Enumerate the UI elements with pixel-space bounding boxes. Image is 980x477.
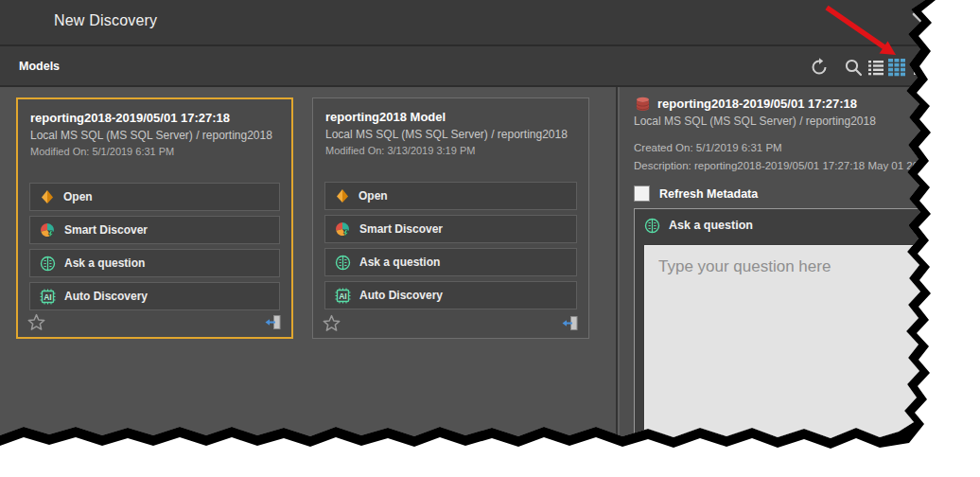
svg-text:AI: AI	[44, 292, 52, 301]
smart-discover-pie-icon	[335, 221, 351, 238]
titlebar: New Discovery	[0, 0, 980, 44]
brain-icon	[40, 256, 56, 272]
ask-a-question-button-label: Ask a question	[64, 256, 145, 270]
smart-discover-button-label: Smart Discover	[359, 222, 443, 236]
ask-a-question-button[interactable]: Ask a question	[29, 249, 280, 277]
window-title: New Discovery	[54, 12, 157, 29]
card-modified: Modified On: 5/1/2019 6:31 PM	[30, 146, 279, 157]
refresh-metadata-checkbox[interactable]	[634, 186, 650, 202]
auto-discovery-button[interactable]: AI Auto Discovery	[29, 282, 280, 310]
ask-a-question-button-label: Ask a question	[359, 256, 440, 269]
ai-chip-icon: AI	[40, 289, 56, 305]
refresh-metadata-label: Refresh Metadata	[659, 187, 758, 201]
content-area: reporting2018-2019/05/01 17:27:18 Local …	[0, 87, 980, 477]
card-actions: Open Smart Discover	[29, 183, 280, 315]
brain-icon	[335, 255, 351, 271]
smart-discover-button[interactable]: Smart Discover	[324, 215, 577, 243]
details-title: reporting2018-2019/05/01 17:27:18	[657, 97, 857, 111]
smart-discover-pie-icon	[40, 222, 56, 238]
svg-text:AI: AI	[339, 291, 347, 300]
pyramid-icon	[40, 189, 55, 204]
details-created: Created On: 5/1/2019 6:31 PM	[634, 142, 782, 153]
card-title: reporting2018 Model	[325, 110, 576, 124]
model-card[interactable]: reporting2018 Model Local MS SQL (MS SQL…	[312, 97, 589, 339]
open-button-label: Open	[63, 190, 93, 203]
ai-chip-icon: AI	[335, 288, 351, 304]
screenshot-stage: New Discovery Models	[0, 0, 980, 477]
card-source: Local MS SQL (MS SQL Server) / reporting…	[30, 129, 279, 142]
section-label: Models	[19, 60, 60, 73]
card-modified: Modified On: 3/13/2019 3:19 PM	[325, 145, 576, 156]
ask-panel-title: Ask a question	[669, 219, 753, 232]
open-button[interactable]: Open	[324, 182, 577, 210]
open-in-door-icon[interactable]	[264, 313, 282, 331]
search-icon[interactable]	[844, 58, 863, 77]
favorite-star-icon[interactable]	[27, 313, 45, 331]
refresh-icon[interactable]	[810, 58, 829, 77]
auto-discovery-button-label: Auto Discovery	[359, 289, 443, 302]
refresh-metadata-row: Refresh Metadata	[634, 186, 758, 202]
sql-database-icon	[635, 97, 651, 113]
details-source: Local MS SQL (MS SQL Server) / reporting…	[634, 115, 876, 128]
list-view-icon[interactable]	[866, 58, 885, 77]
card-source: Local MS SQL (MS SQL Server) / reporting…	[325, 128, 576, 141]
favorite-star-icon[interactable]	[323, 314, 341, 332]
auto-discovery-button[interactable]: AI Auto Discovery	[324, 281, 577, 309]
smart-discover-button[interactable]: Smart Discover	[29, 216, 280, 244]
open-in-door-icon[interactable]	[561, 314, 579, 332]
new-discovery-dialog: New Discovery Models	[0, 0, 980, 477]
card-footer	[323, 311, 579, 332]
open-button[interactable]: Open	[29, 183, 280, 211]
ask-a-question-button[interactable]: Ask a question	[324, 248, 577, 276]
grid-view-icon[interactable]	[887, 58, 906, 77]
details-panel: reporting2018-2019/05/01 17:27:18 Local …	[616, 87, 980, 477]
brain-icon	[644, 218, 660, 234]
card-actions: Open Smart Discover	[324, 182, 577, 314]
card-title: reporting2018-2019/05/01 17:27:18	[30, 111, 279, 125]
pyramid-icon	[335, 188, 350, 203]
ask-panel-header: Ask a question	[635, 209, 954, 241]
open-button-label: Open	[359, 189, 388, 203]
model-card-selected[interactable]: reporting2018-2019/05/01 17:27:18 Local …	[16, 97, 293, 339]
card-footer	[27, 310, 282, 331]
models-toolbar: Models	[0, 44, 980, 87]
auto-discovery-button-label: Auto Discovery	[64, 290, 148, 303]
smart-discover-button-label: Smart Discover	[64, 223, 148, 237]
